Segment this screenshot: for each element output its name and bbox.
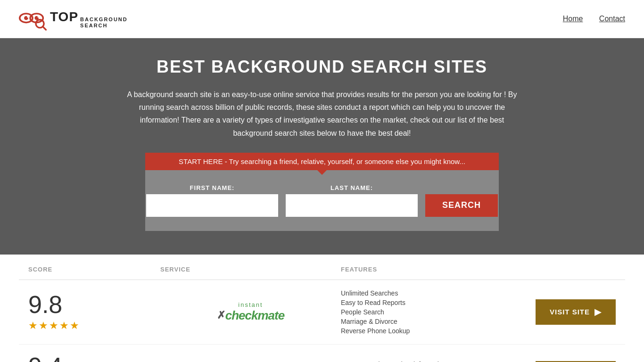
score-number-2: 9.4 <box>28 354 62 362</box>
visit-cell-1: VISIT SITE ▶ <box>521 299 616 325</box>
site-header: TOP BACKGROUND SEARCH Home Contact <box>0 0 644 38</box>
results-section: SCORE SERVICE FEATURES 9.8 ★★★★★ instant… <box>0 259 644 362</box>
service-cell-1: instant ✗ checkmate <box>160 301 341 323</box>
svg-point-2 <box>27 16 28 17</box>
logo-icon <box>19 5 47 33</box>
last-name-group: LAST NAME: <box>286 184 418 217</box>
table-row: 9.8 ★★★★★ instant ✗ checkmate Unlimited … <box>19 280 625 345</box>
main-nav: Home Contact <box>549 15 625 23</box>
col-action <box>521 266 616 273</box>
last-name-input[interactable] <box>286 194 418 217</box>
search-button[interactable]: SEARCH <box>425 194 498 217</box>
col-score: SCORE <box>28 266 160 273</box>
visit-label-1: VISIT SITE <box>550 308 590 316</box>
callout-text: START HERE - Try searching a friend, rel… <box>179 157 465 165</box>
feature-1-5: Reverse Phone Lookup <box>341 327 521 335</box>
hero-section: BEST BACKGROUND SEARCH SITES A backgroun… <box>0 38 644 255</box>
col-service: SERVICE <box>160 266 341 273</box>
feature-1-4: Marriage & Divorce <box>341 318 521 325</box>
first-name-group: FIRST NAME: <box>146 184 278 217</box>
score-number-1: 9.8 <box>28 292 62 317</box>
col-features: FEATURES <box>341 266 521 273</box>
nav-contact[interactable]: Contact <box>599 15 625 23</box>
logo-top: TOP <box>50 9 78 25</box>
feature-1-1: Unlimited Searches <box>341 289 521 297</box>
logo-sub2: SEARCH <box>80 23 128 28</box>
visit-button-1[interactable]: VISIT SITE ▶ <box>536 299 616 325</box>
logo-text: TOP BACKGROUND SEARCH <box>50 9 128 28</box>
score-cell-1: 9.8 ★★★★★ <box>28 292 160 332</box>
table-row: 9.4 ★★★★★ PeopleLooker Accurate and up-t… <box>19 345 625 362</box>
svg-line-7 <box>43 26 46 30</box>
last-name-label: LAST NAME: <box>286 184 418 191</box>
table-header: SCORE SERVICE FEATURES <box>19 259 625 280</box>
feature-1-2: Easy to Read Reports <box>341 299 521 306</box>
logo-sub1: BACKGROUND <box>80 16 128 22</box>
checkmate-logo: instant ✗ checkmate <box>217 301 284 323</box>
hero-description: A background search site is an easy-to-u… <box>119 88 525 140</box>
first-name-label: FIRST NAME: <box>146 184 278 191</box>
first-name-input[interactable] <box>146 194 278 217</box>
nav-home[interactable]: Home <box>563 15 583 23</box>
score-cell-2: 9.4 ★★★★★ <box>28 354 160 362</box>
search-form-container: FIRST NAME: LAST NAME: SEARCH <box>145 170 499 231</box>
page-title: BEST BACKGROUND SEARCH SITES <box>9 57 635 77</box>
search-form: FIRST NAME: LAST NAME: SEARCH <box>155 184 489 217</box>
logo: TOP BACKGROUND SEARCH <box>19 5 128 33</box>
arrow-icon-1: ▶ <box>594 307 602 317</box>
callout-banner: START HERE - Try searching a friend, rel… <box>145 153 499 170</box>
svg-point-5 <box>37 16 39 17</box>
feature-1-3: People Search <box>341 308 521 316</box>
features-cell-1: Unlimited Searches Easy to Read Reports … <box>341 289 521 335</box>
stars-1: ★★★★★ <box>28 320 80 332</box>
